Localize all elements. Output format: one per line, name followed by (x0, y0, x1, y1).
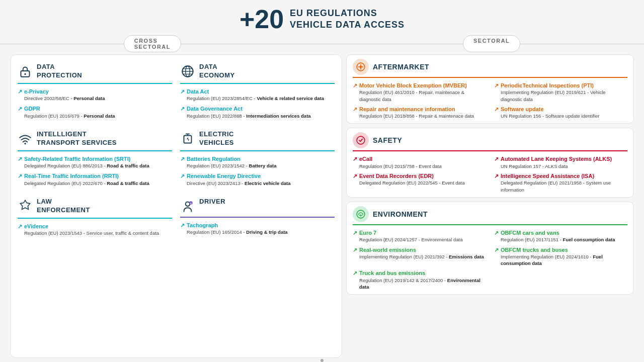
list-item: ↗ Motor Vehicle Block Exemption (MVBER) … (353, 82, 486, 103)
list-item: ↗ Intelligence Speed Assistance (ISA) De… (494, 172, 627, 193)
renewable-desc: Directive (EU) 2023/2413 - Electric vehi… (187, 180, 290, 187)
list-item: ↗ Renewable Energy Directive Directive (… (180, 172, 335, 187)
arrow-icon: ↗ (18, 156, 22, 169)
col2: DATAECONOMY ↗ Data Act Regulation (EU) 2… (178, 60, 337, 352)
mvber-title[interactable]: Motor Vehicle Block Exemption (MVBER) (359, 82, 486, 89)
section-driver: DRIVER ↗ Tachograph Regulation (EU) 165/… (178, 195, 337, 239)
arrow-icon: ↗ (353, 230, 357, 243)
edr-title[interactable]: Event Data Recorders (EDR) (359, 172, 465, 179)
driver-items: ↗ Tachograph Regulation (EU) 165/2014 - … (180, 222, 335, 236)
svg-rect-8 (184, 136, 192, 143)
aftermarket-items: ↗ Motor Vehicle Block Exemption (MVBER) … (353, 82, 627, 119)
arrow-icon: ↗ (18, 173, 22, 187)
batteries-title[interactable]: Batteries Regulation (187, 155, 277, 162)
arrow-icon: ↗ (353, 82, 357, 103)
tachograph-title[interactable]: Tachograph (187, 222, 288, 229)
obfcm-cars-title[interactable]: OBFCM cars and vans (501, 229, 615, 236)
obfcm-trucks-title[interactable]: OBFCM trucks and buses (501, 246, 627, 253)
list-item: ↗ Repair and maintenance information Reg… (353, 106, 486, 120)
ev-divider (180, 150, 335, 151)
cross-sectoral-panel: DATAPROTECTION ↗ e-Privacy Directive 200… (10, 54, 342, 358)
evidence-desc: Regulation (EU) 2023/1543 - Service user… (24, 230, 159, 236)
list-item: ↗ Tachograph Regulation (EU) 165/2014 - … (180, 222, 335, 236)
svg-point-13 (357, 137, 365, 145)
rwe-desc: Implementing Regulation (EU) 2021/392 - … (359, 253, 484, 260)
ecall-title[interactable]: eCall (359, 155, 442, 162)
law-enforcement-items: ↗ eVidence Regulation (EU) 2023/1543 - S… (18, 223, 172, 237)
list-item: ↗ Data Act Regulation (EU) 2023/2854/EC … (180, 88, 335, 102)
arrow-icon: ↗ (494, 106, 499, 120)
isa-desc: Delegated Regulation (EU) 2021/1958 - Sy… (501, 179, 627, 193)
section-aftermarket: AFTERMARKET ↗ Motor Vehicle Block Exempt… (346, 54, 634, 124)
isa-title[interactable]: Intelligence Speed Assistance (ISA) (501, 172, 627, 179)
truck-emissions-title[interactable]: Truck and bus emissions (359, 269, 486, 277)
svg-point-2 (24, 143, 26, 144)
data-protection-items: ↗ e-Privacy Directive 2002/58/EC - Perso… (18, 88, 172, 119)
driver-title: DRIVER (199, 198, 225, 206)
environment-header: ENVIRONMENT (353, 206, 627, 222)
driver-header: DRIVER (180, 198, 335, 214)
environment-items: ↗ Euro 7 Regulation (EU) 2024/1257 - Env… (353, 229, 627, 290)
arrow-icon: ↗ (180, 106, 185, 119)
ev-icon (180, 131, 195, 146)
environment-divider (353, 224, 627, 225)
list-item: ↗ Batteries Regulation Regulation (EU) 2… (180, 155, 335, 169)
aftermarket-header: AFTERMARKET (353, 59, 627, 75)
safety-items: ↗ eCall Regulation (EU) 2015/758 - Event… (353, 155, 627, 193)
scroll-indicator (320, 359, 324, 362)
ev-header: ELECTRICVEHICLES (180, 130, 335, 147)
page-header: +20 EU REGULATIONS VEHICLE DATA ACCESS (239, 0, 405, 35)
ev-items: ↗ Batteries Regulation Regulation (EU) 2… (180, 155, 335, 187)
arrow-icon: ↗ (494, 230, 499, 243)
mvber-desc: Regulation (EU) 461/2010 - Repair, maint… (359, 89, 486, 103)
law-enforcement-title: LAWENFORCEMENT (37, 198, 90, 215)
alks-title[interactable]: Automated Lane Keeping Systems (ALKS) (501, 155, 612, 162)
rmi-title[interactable]: Repair and maintenance information (359, 106, 474, 113)
rrti-title[interactable]: Real-Time Traffic Information (RRTI) (24, 172, 149, 179)
its-items: ↗ Safety-Related Traffic Information (SR… (18, 155, 172, 187)
rmi-desc: Regulation (EU) 2018/858 - Repair & main… (359, 113, 474, 119)
pti-desc: Implementing Regulation (EU) 2019/621 - … (501, 89, 627, 103)
list-item: ↗ Real-Time Traffic Information (RRTI) D… (18, 172, 172, 187)
ecall-desc: Regulation (EU) 2015/758 - Event data (359, 163, 442, 169)
data-act-title[interactable]: Data Act (187, 88, 324, 95)
pti-title[interactable]: PeriodicTechnical Inspections (PTI) (501, 82, 627, 89)
list-item: ↗ OBFCM cars and vans Regulation (EU) 20… (494, 229, 627, 243)
aftermarket-divider (353, 77, 627, 78)
rwe-title[interactable]: Real-world emissions (359, 246, 484, 253)
safety-title: SAFETY (373, 136, 402, 144)
batteries-desc: Regulation (EU) 2023/1542 - Battery data (187, 162, 277, 169)
list-item: ↗ GDPR Regulation (EU) 2016/679 - Person… (18, 105, 172, 119)
section-safety: SAFETY ↗ eCall Regulation (EU) 2015/758 … (346, 128, 634, 197)
dga-title[interactable]: Data Governance Act (187, 105, 311, 112)
data-protection-header: DATAPROTECTION (18, 63, 172, 80)
tab-cross-sectoral[interactable]: CROSS SECTORAL (124, 35, 181, 52)
software-update-title[interactable]: Software update (501, 106, 599, 113)
list-item: ↗ Safety-Related Traffic Information (SR… (18, 155, 172, 169)
eprivacy-desc: Directive 2002/58/EC - Personal data (24, 95, 105, 102)
lock-icon (18, 64, 33, 79)
obfcm-cars-desc: Regulation (EU) 2017/1151 - Fuel consump… (501, 236, 615, 243)
eprivacy-title[interactable]: e-Privacy (24, 88, 105, 95)
safety-header: SAFETY (353, 132, 627, 148)
euro7-title[interactable]: Euro 7 (359, 229, 462, 236)
list-item: ↗ Event Data Recorders (EDR) Delegated R… (353, 172, 486, 193)
section-data-economy: DATAECONOMY ↗ Data Act Regulation (EU) 2… (178, 60, 337, 122)
srti-title[interactable]: Safety-Related Traffic Information (SRTI… (24, 155, 149, 162)
arrow-icon: ↗ (180, 156, 185, 169)
law-enforcement-divider (18, 218, 172, 219)
list-item: ↗ Data Governance Act Regulation (EU) 20… (180, 105, 335, 119)
arrow-icon: ↗ (18, 106, 22, 119)
data-economy-items: ↗ Data Act Regulation (EU) 2023/2854/EC … (180, 88, 335, 119)
arrow-icon: ↗ (353, 270, 357, 290)
main-layout: DATAPROTECTION ↗ e-Privacy Directive 200… (10, 54, 634, 358)
evidence-title[interactable]: eVidence (24, 223, 159, 230)
renewable-title[interactable]: Renewable Energy Directive (187, 172, 290, 179)
truck-emissions-desc: Regulation (EU) 2019/142 & 2017/2400 - E… (359, 277, 486, 291)
gdpr-title[interactable]: GDPR (24, 105, 115, 112)
alks-desc: UN Regulation 157 - ALKS data (501, 163, 612, 169)
dga-desc: Regulation (EU) 2022/868 - Intermediatio… (187, 113, 311, 119)
tab-sectoral[interactable]: SECTORAL (463, 35, 520, 52)
svg-point-12 (360, 66, 362, 68)
arrow-icon: ↗ (353, 106, 357, 120)
